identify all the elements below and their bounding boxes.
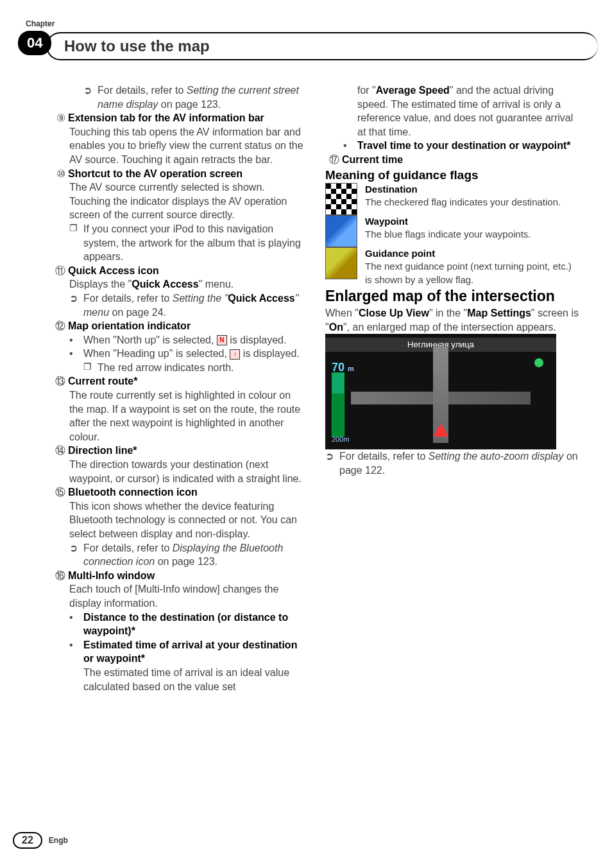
- cross-ref-autozoom: ➲ For details, refer to Setting the auto…: [325, 449, 580, 477]
- chapter-title-container: How to use the map: [46, 32, 598, 60]
- destination-flag-icon: [325, 183, 357, 215]
- heading-up-icon: ↑: [230, 349, 240, 360]
- bullet-icon: •: [69, 347, 83, 361]
- chapter-title: How to use the map: [64, 37, 572, 55]
- bullet-icon: •: [69, 611, 83, 638]
- bullet-icon: •: [343, 139, 357, 153]
- item-11: ⑪Quick Access icon Displays the "Quick A…: [51, 264, 306, 319]
- page-number: 22: [13, 832, 42, 849]
- reference-icon: ➲: [325, 449, 339, 477]
- intersection-map-image: Неглинная улица 70 m 200m: [325, 334, 556, 449]
- left-column: ➲ For details, refer to Setting the curr…: [51, 83, 306, 693]
- item-13: ⑬Current route* The route currently set …: [51, 374, 306, 444]
- item-15: ⑮Bluetooth connection icon This icon sho…: [51, 485, 306, 569]
- map-waypoint-dot-icon: [534, 358, 543, 367]
- item-16: ⑯Multi-Info window Each touch of [Multi-…: [51, 569, 306, 693]
- bullet-icon: •: [69, 638, 83, 693]
- reference-icon: ➲: [69, 541, 83, 569]
- reference-icon: ➲: [83, 83, 98, 111]
- waypoint-flag-icon: [325, 215, 357, 247]
- item-17: ⑰Current time: [325, 153, 580, 167]
- item-12: ⑫Map orientation indicator • When "North…: [51, 319, 306, 374]
- flag-waypoint: Waypoint The blue flags indicate your wa…: [325, 215, 580, 247]
- note-icon: ❐: [69, 222, 83, 264]
- bullet-travel-time: • Travel time to your destination or way…: [325, 139, 580, 153]
- map-progress-bar: [332, 372, 344, 437]
- enlarged-map-body: When "Close Up View" in the "Map Setting…: [325, 306, 580, 334]
- bullet-icon: •: [69, 333, 83, 347]
- language-code: Engb: [49, 836, 68, 845]
- item-10: ⑩Shortcut to the AV operation screen The…: [51, 167, 306, 264]
- right-column: for "Average Speed" and the actual drivi…: [325, 83, 580, 693]
- reference-icon: ➲: [69, 291, 83, 319]
- cross-ref: ➲ For details, refer to Setting the curr…: [51, 83, 306, 111]
- flag-destination: Destination The checkered flag indicates…: [325, 183, 580, 215]
- page-footer: 22 Engb: [13, 832, 68, 849]
- item-9: ⑨Extension tab for the AV information ba…: [51, 111, 306, 166]
- item-14: ⑭Direction line* The direction towards y…: [51, 444, 306, 485]
- map-vehicle-arrow-icon: [433, 424, 448, 437]
- page-header: Chapter 04 How to use the map: [13, 19, 580, 64]
- guidance-flag-icon: [325, 247, 357, 279]
- flag-guidance: Guidance point The next guidance point (…: [325, 247, 580, 286]
- chapter-number: 04: [18, 31, 51, 55]
- guidance-flags-heading: Meaning of guidance flags: [325, 167, 580, 184]
- chapter-label: Chapter: [26, 19, 55, 28]
- north-up-icon: N: [217, 335, 227, 345]
- map-scale: 200m: [332, 435, 350, 444]
- enlarged-map-heading: Enlarged map of the intersection: [325, 286, 580, 306]
- continued-text: for "Average Speed" and the actual drivi…: [325, 83, 580, 139]
- note-icon: ❐: [83, 361, 98, 375]
